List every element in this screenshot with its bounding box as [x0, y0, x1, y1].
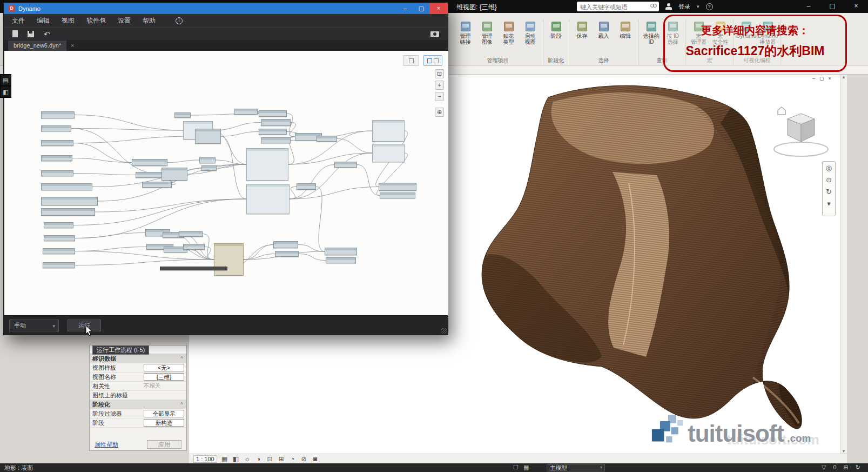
dynamo-node[interactable]: [259, 129, 287, 135]
apply-button[interactable]: 应用: [147, 440, 181, 449]
dynamo-node[interactable]: [43, 262, 75, 268]
refresh-icon[interactable]: ↻: [856, 464, 860, 471]
zoom-in-icon[interactable]: +: [435, 81, 444, 90]
temporary-hide-icon[interactable]: ◔: [289, 455, 297, 463]
save-icon[interactable]: [28, 31, 34, 37]
login-caret-icon[interactable]: ▾: [697, 4, 699, 9]
viewport-scrollbar[interactable]: ▲ ▼: [840, 75, 847, 454]
resize-grip[interactable]: [441, 328, 447, 334]
ribbon-button[interactable]: 启动视图: [520, 21, 540, 45]
dynamo-menu-item[interactable]: 设置: [112, 16, 137, 25]
design-option-select[interactable]: 主模型 ▾: [547, 464, 605, 471]
dynamo-node[interactable]: [195, 129, 221, 144]
view-close-icon[interactable]: ×: [829, 76, 831, 81]
property-value[interactable]: [144, 391, 184, 399]
dynamo-node[interactable]: [273, 241, 298, 248]
view-scale[interactable]: 1 : 100: [193, 455, 217, 463]
dynamo-node[interactable]: [261, 119, 291, 126]
dynamo-node[interactable]: [44, 222, 73, 228]
view-restore-icon[interactable]: ▢: [819, 76, 824, 81]
dynamo-node[interactable]: [183, 244, 205, 250]
dynamo-node[interactable]: [41, 183, 92, 190]
dynamo-node[interactable]: [179, 231, 203, 237]
editable-only-icon[interactable]: ☐: [513, 464, 519, 471]
dynamo-node[interactable]: [317, 136, 337, 142]
window-close-button[interactable]: ×: [844, 0, 868, 13]
dynamo-canvas[interactable]: ⊡+−⊕: [4, 51, 448, 316]
dynamo-node[interactable]: [41, 111, 75, 118]
dynamo-menu-item[interactable]: 编辑: [31, 16, 56, 25]
ribbon-button[interactable]: 载入: [594, 21, 614, 39]
scroll-down-icon[interactable]: ▼: [840, 449, 847, 454]
search-box[interactable]: [577, 2, 659, 11]
tab-close-icon[interactable]: ×: [71, 41, 74, 51]
scroll-up-icon[interactable]: ▲: [840, 75, 847, 79]
ribbon-button[interactable]: 阶段: [546, 21, 566, 39]
dynamo-minimize-button[interactable]: –: [397, 3, 413, 14]
nav-more-icon[interactable]: ▾: [827, 200, 831, 208]
isolate-icon[interactable]: ⊘: [300, 455, 308, 463]
notifications-icon[interactable]: i: [176, 17, 183, 24]
window-minimize-button[interactable]: –: [797, 0, 820, 13]
property-section-header[interactable]: 标识数据^: [90, 354, 186, 363]
selection-settings-icon[interactable]: ⊞: [844, 464, 849, 471]
dynamo-node[interactable]: [41, 170, 73, 176]
ribbon-button[interactable]: 管理图像: [477, 21, 497, 45]
steering-wheel-icon[interactable]: ◎: [826, 164, 832, 172]
account-icon[interactable]: [665, 3, 672, 10]
dynamo-node[interactable]: [246, 184, 290, 214]
sun-path-icon[interactable]: ☼: [244, 455, 251, 463]
fit-view-icon[interactable]: ⊡: [435, 69, 444, 78]
login-button[interactable]: 登录: [678, 3, 690, 11]
show-crop-region-icon[interactable]: ⊞: [278, 455, 285, 463]
dynamo-close-button[interactable]: ×: [429, 3, 448, 14]
detail-level-icon[interactable]: ▦: [221, 455, 228, 463]
ribbon-button[interactable]: 贴花类型: [499, 21, 519, 45]
section-collapse-icon[interactable]: ^: [180, 356, 183, 362]
export-image-icon[interactable]: [430, 31, 439, 37]
dynamo-menu-item[interactable]: 帮助: [137, 16, 162, 25]
properties-help-link[interactable]: 属性帮助: [95, 441, 118, 449]
view-window-controls[interactable]: – ▢ ×: [812, 76, 831, 81]
dynamo-node[interactable]: [259, 110, 287, 117]
section-collapse-icon[interactable]: ^: [180, 402, 183, 408]
dynamo-node[interactable]: [199, 157, 216, 163]
shadows-icon[interactable]: ◑: [255, 455, 263, 463]
dynamo-node[interactable]: [43, 248, 75, 254]
navigation-bar[interactable]: ◎⊙↻▾: [822, 161, 836, 216]
undo-icon[interactable]: ↶: [44, 30, 50, 38]
search-binoculars-icon[interactable]: [650, 4, 657, 9]
pan-icon[interactable]: ⊕: [435, 108, 444, 117]
window-maximize-button[interactable]: ▢: [820, 0, 844, 13]
reveal-hidden-icon[interactable]: ◙: [312, 455, 319, 463]
dynamo-node[interactable]: [214, 243, 244, 276]
visual-style-icon[interactable]: ◧: [232, 455, 240, 463]
graph-view-button[interactable]: [403, 55, 419, 66]
dynamo-node[interactable]: [142, 182, 172, 188]
dynamo-node[interactable]: [297, 183, 316, 190]
property-value[interactable]: 新构造: [144, 419, 184, 427]
property-value[interactable]: 不相关: [144, 382, 184, 390]
zoom-out-icon[interactable]: −: [435, 92, 444, 101]
worksets-icon[interactable]: ▦: [523, 464, 529, 471]
help-icon[interactable]: ?: [706, 3, 713, 10]
dynamo-node[interactable]: [41, 125, 71, 131]
run-button[interactable]: 运行: [68, 320, 101, 331]
workspace-tab[interactable]: bridge_new6.dyn*: [8, 41, 66, 51]
dynamo-node[interactable]: [41, 197, 98, 205]
dynamo-node[interactable]: [234, 109, 258, 115]
dynamo-node[interactable]: [275, 251, 299, 257]
dynamo-node[interactable]: [334, 162, 357, 168]
collapsed-properties-tab[interactable]: ▤: [0, 74, 11, 86]
dynamo-node[interactable]: [372, 120, 405, 142]
ribbon-button[interactable]: 选择的ID: [641, 21, 661, 45]
dynamo-titlebar[interactable]: D Dynamo – ▢ ×: [4, 3, 448, 14]
ribbon-button[interactable]: 管理链接: [455, 21, 475, 45]
dynamo-node[interactable]: [41, 155, 72, 161]
new-file-icon[interactable]: [12, 30, 18, 37]
dynamo-node[interactable]: [201, 165, 217, 171]
dynamo-menu-item[interactable]: 视图: [56, 16, 80, 25]
filter-icon[interactable]: ▽: [822, 464, 826, 471]
dynamo-node[interactable]: [132, 159, 167, 166]
dynamo-maximize-button[interactable]: ▢: [413, 3, 429, 14]
